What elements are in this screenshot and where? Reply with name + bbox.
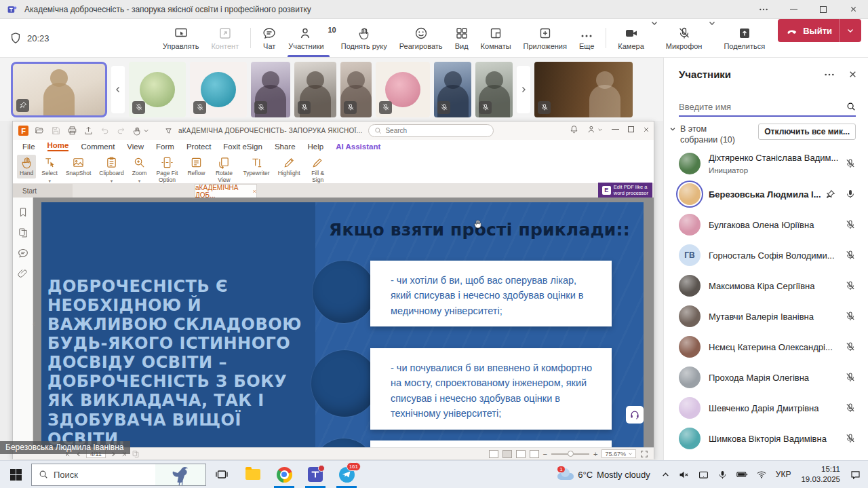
foxit-minimize-button[interactable] [612, 129, 619, 130]
print-icon[interactable] [67, 126, 77, 136]
participant-avatar-tile[interactable] [190, 62, 247, 117]
tray-wifi[interactable] [752, 469, 771, 480]
window-close-button[interactable] [838, 0, 868, 18]
participant-row[interactable]: Нємєц Катерина Олександрі... [664, 332, 868, 362]
task-view-button[interactable] [206, 461, 237, 488]
prev-view-icon[interactable] [132, 450, 140, 458]
menu-form[interactable]: Form [156, 143, 174, 151]
tray-volume-muted[interactable] [674, 469, 694, 481]
participant-row[interactable]: Шевченко Дарія Дмитрівна [664, 393, 868, 424]
camera-button[interactable]: Камера [612, 19, 650, 57]
save-icon[interactable] [51, 126, 61, 136]
apps-button[interactable]: Приложения [517, 19, 573, 57]
tab-start[interactable]: Start [13, 184, 73, 198]
filmstrip-prev-button[interactable] [111, 66, 125, 113]
tray-expand-button[interactable] [657, 470, 674, 479]
attachments-panel-icon[interactable] [18, 268, 28, 279]
window-minimize-button[interactable] [778, 0, 808, 18]
tray-microphone[interactable] [713, 470, 732, 480]
participant-video-tile[interactable] [340, 62, 372, 117]
menu-share[interactable]: Share [275, 143, 296, 151]
filmstrip-next-button[interactable] [517, 66, 530, 113]
mic-off-icon[interactable] [845, 250, 856, 261]
participant-video-tile[interactable] [475, 62, 513, 117]
undo-icon[interactable] [100, 126, 110, 136]
participant-search-input[interactable] [679, 102, 846, 112]
ribbon-select-tool[interactable]: Select [39, 155, 60, 185]
participant-row[interactable]: Мутавчи Валерія Іванівна [664, 301, 868, 332]
account-menu[interactable] [587, 125, 603, 134]
ribbon-clipboard-tool[interactable]: Clipboard [96, 155, 126, 185]
foxit-close-button[interactable] [643, 126, 650, 133]
mic-off-icon[interactable] [845, 433, 856, 444]
pinned-speaker-video-tile[interactable] [11, 62, 107, 117]
tray-display[interactable] [694, 469, 713, 481]
single-page-view-button[interactable] [489, 450, 498, 458]
more-button[interactable]: Еще [573, 19, 600, 57]
export-icon[interactable] [83, 126, 94, 136]
panel-close-icon[interactable] [848, 70, 857, 79]
participant-row[interactable]: Прохода Марія Олегівна [664, 362, 868, 393]
mic-options-chevron[interactable] [708, 19, 717, 39]
mute-all-button[interactable]: Отключить все мик... [758, 124, 856, 140]
pages-panel-icon[interactable] [18, 227, 28, 238]
window-menu-button[interactable] [749, 0, 778, 18]
share-button[interactable]: Поделиться [717, 19, 771, 57]
view-button[interactable]: Вид [449, 19, 475, 57]
foxit-search-input[interactable] [385, 127, 467, 134]
leave-button[interactable]: Выйти [778, 19, 861, 42]
tab-document[interactable]: аКАДЕМІЧНА ДОБ... [195, 184, 257, 198]
mic-off-icon[interactable] [845, 372, 856, 383]
participant-video-tile[interactable] [251, 62, 290, 117]
mic-on-icon[interactable] [845, 189, 856, 200]
participant-avatar-tile[interactable] [129, 62, 186, 117]
mic-off-icon[interactable] [845, 158, 856, 169]
participant-video-tile[interactable] [294, 62, 336, 117]
tray-battery[interactable] [732, 468, 752, 481]
participant-row[interactable]: Булгакова Олена Юріївна [664, 210, 868, 240]
open-file-icon[interactable] [35, 126, 45, 136]
foxit-maximize-button[interactable] [628, 126, 634, 132]
menu-comment[interactable]: Comment [81, 143, 115, 151]
manage-button[interactable]: Управлять [157, 19, 205, 57]
ribbon-fill-sign-tool[interactable]: Fill & Sign [306, 155, 330, 185]
zoom-slider-thumb[interactable] [568, 451, 574, 457]
mic-off-icon[interactable] [845, 219, 856, 230]
panel-more-icon[interactable] [824, 73, 835, 76]
language-indicator[interactable]: УКР [771, 470, 796, 479]
sidebar-collapse-handle[interactable] [31, 321, 37, 327]
mic-off-icon[interactable] [845, 311, 856, 322]
taskbar-clock[interactable]: 15:11 19.03.2025 [795, 464, 846, 485]
section-collapse-chevron[interactable] [669, 126, 676, 132]
participant-avatar-tile[interactable] [376, 62, 430, 117]
hand-tool-dropdown[interactable] [132, 126, 149, 136]
participant-row[interactable]: Максимова Кіра Сергіївна [664, 271, 868, 301]
taskbar-search-box[interactable]: Поиск [31, 464, 206, 486]
mic-button[interactable]: Микрофон [660, 19, 709, 57]
participant-video-tile-wide[interactable] [534, 62, 633, 117]
notifications-bell-icon[interactable] [570, 125, 578, 134]
chrome-button[interactable] [269, 461, 300, 488]
leave-options-chevron[interactable] [839, 19, 861, 42]
ribbon-snapshot-tool[interactable]: SnapShot [63, 155, 94, 179]
mic-off-icon[interactable] [845, 402, 856, 413]
action-center-button[interactable] [846, 469, 868, 481]
participant-search-box[interactable] [679, 98, 856, 117]
mic-off-icon[interactable] [845, 280, 856, 291]
menu-file[interactable]: File [22, 143, 35, 151]
file-explorer-button[interactable] [237, 461, 269, 488]
content-button[interactable]: Контент [205, 19, 245, 57]
ribbon-zoom-tool[interactable]: Zoom [130, 155, 150, 185]
mic-off-icon[interactable] [845, 341, 856, 352]
zoom-slider[interactable] [551, 453, 589, 455]
ribbon-hand-tool[interactable]: Hand [17, 155, 36, 179]
pin-icon[interactable] [825, 189, 835, 200]
participant-row[interactable]: Шимкова Вікторія Вадимівна [664, 424, 868, 454]
participant-row[interactable]: Діхтяренко Станіслава Вадим...Инициатор [664, 149, 868, 179]
edit-pdf-promo-badge[interactable]: E Edit PDF like aword processor [598, 183, 652, 198]
menu-ai-assistant[interactable]: AI Assistant [336, 143, 380, 151]
two-page-scroll-view-button[interactable] [530, 450, 539, 458]
search-highlight-heron-image[interactable] [155, 464, 205, 485]
fullscreen-icon[interactable] [640, 450, 648, 458]
ribbon-reflow-tool[interactable]: Reflow [184, 155, 208, 179]
